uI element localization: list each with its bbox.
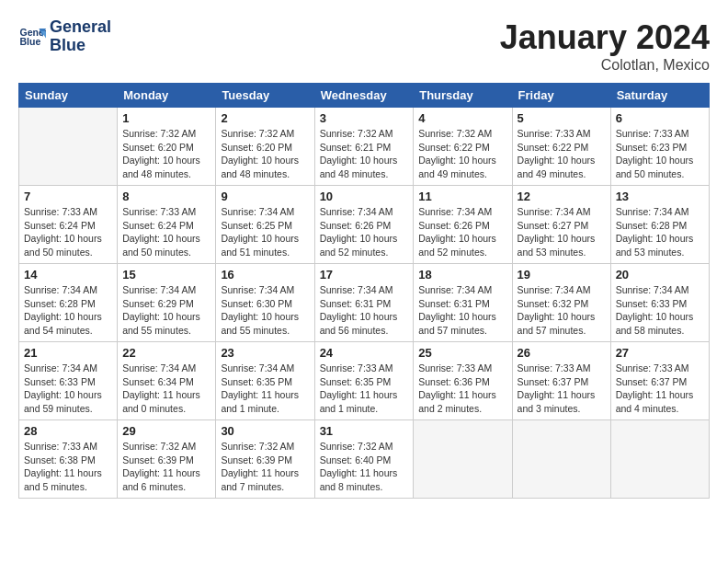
calendar-cell: 16Sunrise: 7:34 AMSunset: 6:30 PMDayligh… [216, 264, 314, 342]
day-info: Sunrise: 7:34 AMSunset: 6:31 PMDaylight:… [320, 283, 409, 338]
day-info: Sunrise: 7:32 AMSunset: 6:40 PMDaylight:… [320, 440, 409, 494]
header-sunday: Sunday [19, 84, 118, 108]
day-info: Sunrise: 7:34 AMSunset: 6:26 PMDaylight:… [418, 205, 506, 259]
header-tuesday: Tuesday [216, 84, 314, 108]
logo-icon: General Blue [18, 23, 46, 51]
day-number: 18 [418, 268, 506, 282]
day-number: 1 [122, 111, 210, 125]
calendar-cell: 3Sunrise: 7:32 AMSunset: 6:21 PMDaylight… [314, 108, 414, 186]
calendar-cell [19, 108, 118, 186]
day-info: Sunrise: 7:34 AMSunset: 6:25 PMDaylight:… [221, 205, 309, 259]
calendar-table: SundayMondayTuesdayWednesdayThursdayFrid… [18, 83, 710, 499]
logo-text-general: General [50, 18, 111, 37]
page-header: General Blue General Blue January 2024 C… [18, 18, 710, 74]
calendar-cell: 21Sunrise: 7:34 AMSunset: 6:33 PMDayligh… [19, 342, 118, 420]
day-number: 28 [24, 424, 112, 438]
header-wednesday: Wednesday [314, 84, 414, 108]
calendar-cell: 28Sunrise: 7:33 AMSunset: 6:38 PMDayligh… [19, 420, 118, 499]
day-info: Sunrise: 7:34 AMSunset: 6:33 PMDaylight:… [616, 283, 704, 338]
calendar-cell: 10Sunrise: 7:34 AMSunset: 6:26 PMDayligh… [314, 186, 414, 264]
calendar-cell: 20Sunrise: 7:34 AMSunset: 6:33 PMDayligh… [610, 264, 709, 342]
week-row-2: 7Sunrise: 7:33 AMSunset: 6:24 PMDaylight… [19, 186, 710, 264]
header-friday: Friday [512, 84, 610, 108]
day-number: 23 [221, 346, 309, 360]
day-number: 24 [320, 346, 409, 360]
svg-text:Blue: Blue [20, 36, 41, 47]
day-number: 4 [418, 111, 506, 125]
day-info: Sunrise: 7:33 AMSunset: 6:24 PMDaylight:… [122, 205, 210, 259]
day-info: Sunrise: 7:33 AMSunset: 6:38 PMDaylight:… [24, 440, 112, 494]
calendar-cell [610, 420, 709, 499]
day-number: 8 [122, 190, 210, 203]
day-info: Sunrise: 7:34 AMSunset: 6:28 PMDaylight:… [616, 205, 704, 259]
day-number: 30 [221, 424, 309, 438]
month-title: January 2024 [500, 18, 710, 57]
calendar-cell [512, 420, 610, 499]
day-number: 29 [122, 424, 210, 438]
day-info: Sunrise: 7:34 AMSunset: 6:34 PMDaylight:… [122, 362, 210, 416]
day-number: 6 [616, 111, 704, 125]
day-info: Sunrise: 7:33 AMSunset: 6:35 PMDaylight:… [320, 362, 409, 416]
calendar-cell: 1Sunrise: 7:32 AMSunset: 6:20 PMDaylight… [118, 108, 216, 186]
day-info: Sunrise: 7:34 AMSunset: 6:29 PMDaylight:… [122, 283, 210, 338]
day-number: 7 [24, 190, 112, 203]
week-row-5: 28Sunrise: 7:33 AMSunset: 6:38 PMDayligh… [19, 420, 710, 499]
day-number: 25 [418, 346, 506, 360]
calendar-cell: 6Sunrise: 7:33 AMSunset: 6:23 PMDaylight… [610, 108, 709, 186]
calendar-cell [414, 420, 512, 499]
calendar-cell: 9Sunrise: 7:34 AMSunset: 6:25 PMDaylight… [216, 186, 314, 264]
calendar-cell: 5Sunrise: 7:33 AMSunset: 6:22 PMDaylight… [512, 108, 610, 186]
day-number: 31 [320, 424, 409, 438]
day-info: Sunrise: 7:34 AMSunset: 6:26 PMDaylight:… [320, 205, 409, 259]
calendar-cell: 11Sunrise: 7:34 AMSunset: 6:26 PMDayligh… [414, 186, 512, 264]
day-info: Sunrise: 7:32 AMSunset: 6:20 PMDaylight:… [122, 127, 210, 181]
day-info: Sunrise: 7:32 AMSunset: 6:21 PMDaylight:… [320, 127, 409, 181]
calendar-cell: 26Sunrise: 7:33 AMSunset: 6:37 PMDayligh… [512, 342, 610, 420]
day-info: Sunrise: 7:34 AMSunset: 6:27 PMDaylight:… [518, 205, 606, 259]
day-number: 12 [518, 190, 606, 203]
day-info: Sunrise: 7:33 AMSunset: 6:37 PMDaylight:… [518, 362, 606, 416]
week-row-1: 1Sunrise: 7:32 AMSunset: 6:20 PMDaylight… [19, 108, 710, 186]
calendar-cell: 22Sunrise: 7:34 AMSunset: 6:34 PMDayligh… [118, 342, 216, 420]
calendar-cell: 4Sunrise: 7:32 AMSunset: 6:22 PMDaylight… [414, 108, 512, 186]
calendar-cell: 12Sunrise: 7:34 AMSunset: 6:27 PMDayligh… [512, 186, 610, 264]
day-info: Sunrise: 7:34 AMSunset: 6:30 PMDaylight:… [221, 283, 309, 338]
calendar-cell: 27Sunrise: 7:33 AMSunset: 6:37 PMDayligh… [610, 342, 709, 420]
calendar-cell: 30Sunrise: 7:32 AMSunset: 6:39 PMDayligh… [216, 420, 314, 499]
day-info: Sunrise: 7:34 AMSunset: 6:35 PMDaylight:… [221, 362, 309, 416]
logo: General Blue General Blue [18, 18, 111, 55]
calendar-header-row: SundayMondayTuesdayWednesdayThursdayFrid… [19, 84, 710, 108]
day-info: Sunrise: 7:33 AMSunset: 6:22 PMDaylight:… [518, 127, 606, 181]
day-number: 15 [122, 268, 210, 282]
day-number: 10 [320, 190, 409, 203]
day-number: 5 [518, 111, 606, 125]
day-info: Sunrise: 7:34 AMSunset: 6:28 PMDaylight:… [24, 283, 112, 338]
week-row-4: 21Sunrise: 7:34 AMSunset: 6:33 PMDayligh… [19, 342, 710, 420]
day-info: Sunrise: 7:33 AMSunset: 6:37 PMDaylight:… [616, 362, 704, 416]
calendar-cell: 8Sunrise: 7:33 AMSunset: 6:24 PMDaylight… [118, 186, 216, 264]
day-number: 17 [320, 268, 409, 282]
calendar-cell: 17Sunrise: 7:34 AMSunset: 6:31 PMDayligh… [314, 264, 414, 342]
day-number: 19 [518, 268, 606, 282]
day-number: 22 [122, 346, 210, 360]
calendar-cell: 23Sunrise: 7:34 AMSunset: 6:35 PMDayligh… [216, 342, 314, 420]
day-info: Sunrise: 7:32 AMSunset: 6:39 PMDaylight:… [221, 440, 309, 494]
day-number: 20 [616, 268, 704, 282]
header-monday: Monday [118, 84, 216, 108]
day-info: Sunrise: 7:34 AMSunset: 6:31 PMDaylight:… [418, 283, 506, 338]
day-number: 9 [221, 190, 309, 203]
day-number: 27 [616, 346, 704, 360]
day-info: Sunrise: 7:32 AMSunset: 6:22 PMDaylight:… [418, 127, 506, 181]
day-info: Sunrise: 7:34 AMSunset: 6:32 PMDaylight:… [518, 283, 606, 338]
day-number: 11 [418, 190, 506, 203]
calendar-cell: 15Sunrise: 7:34 AMSunset: 6:29 PMDayligh… [118, 264, 216, 342]
calendar-cell: 2Sunrise: 7:32 AMSunset: 6:20 PMDaylight… [216, 108, 314, 186]
day-number: 21 [24, 346, 112, 360]
day-info: Sunrise: 7:32 AMSunset: 6:39 PMDaylight:… [122, 440, 210, 494]
week-row-3: 14Sunrise: 7:34 AMSunset: 6:28 PMDayligh… [19, 264, 710, 342]
title-block: January 2024 Colotlan, Mexico [500, 18, 710, 74]
day-info: Sunrise: 7:33 AMSunset: 6:36 PMDaylight:… [418, 362, 506, 416]
day-number: 26 [518, 346, 606, 360]
day-number: 16 [221, 268, 309, 282]
calendar-cell: 7Sunrise: 7:33 AMSunset: 6:24 PMDaylight… [19, 186, 118, 264]
